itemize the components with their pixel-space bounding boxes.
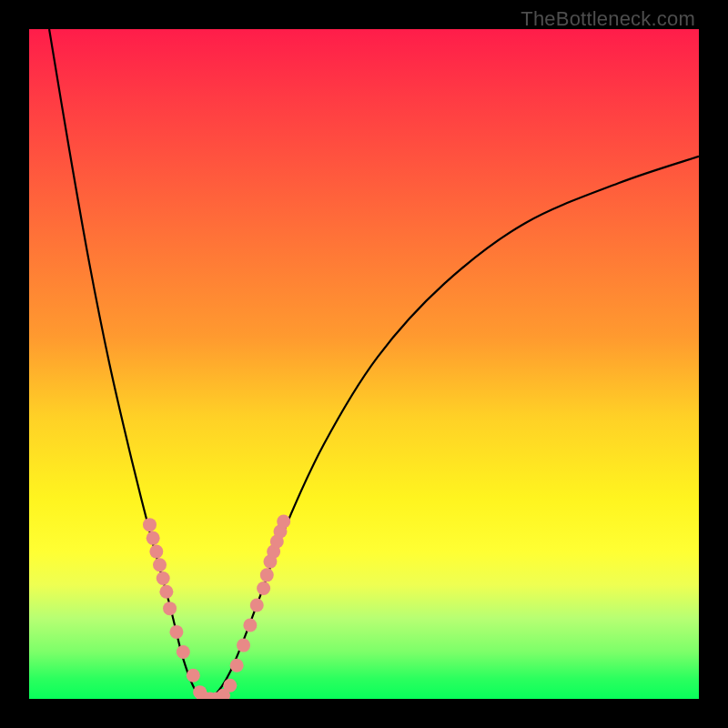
bottleneck-curve-svg — [29, 29, 699, 699]
watermark-text: TheBottleneck.com — [521, 7, 695, 31]
sample-point — [223, 679, 237, 693]
sample-point — [159, 585, 173, 599]
sample-point — [230, 659, 244, 672]
sample-point — [163, 602, 177, 615]
sample-point — [243, 619, 257, 632]
sample-points-group — [143, 514, 290, 699]
chart-frame: TheBottleneck.com — [0, 0, 728, 728]
bottleneck-curve — [49, 29, 699, 699]
sample-point — [149, 545, 163, 559]
plot-area — [29, 29, 699, 699]
sample-point — [177, 645, 190, 659]
sample-point — [260, 568, 274, 581]
sample-point — [237, 639, 250, 652]
sample-point — [187, 669, 200, 682]
sample-point — [257, 581, 270, 595]
sample-point — [147, 531, 160, 545]
sample-point — [153, 558, 167, 571]
sample-point — [277, 514, 290, 528]
sample-point — [169, 625, 183, 639]
sample-point — [250, 598, 264, 612]
sample-point — [157, 571, 170, 585]
sample-point — [143, 518, 157, 531]
